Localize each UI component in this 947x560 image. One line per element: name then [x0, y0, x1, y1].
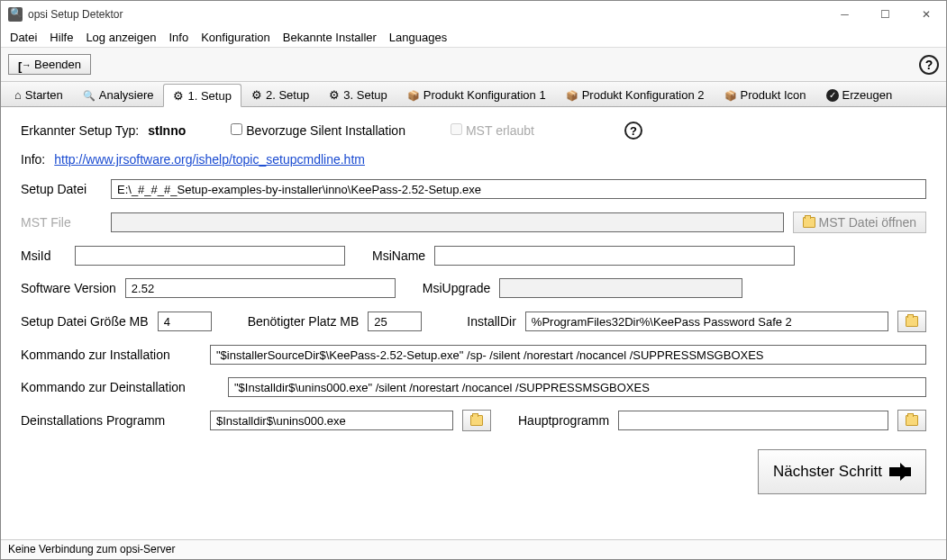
mst-datei-oeffnen-button: MST Datei öffnen: [793, 212, 926, 233]
tab-starten[interactable]: Starten: [5, 83, 73, 106]
menu-bar: Datei Hilfe Log anzeigen Info Konfigurat…: [1, 28, 946, 48]
setup-datei-label: Setup Datei: [21, 182, 102, 196]
menu-bekannte-installer[interactable]: Bekannte Installer: [283, 31, 377, 44]
installdir-input[interactable]: [525, 312, 888, 331]
status-bar: Keine Verbindung zum opsi-Server: [1, 539, 946, 559]
mst-file-label: MST File: [21, 215, 102, 230]
exit-icon: [18, 59, 31, 70]
setup-datei-input[interactable]: [111, 179, 926, 199]
gear-icon: [251, 88, 262, 102]
naechster-schritt-button[interactable]: Nächster Schritt: [758, 449, 926, 494]
help-icon[interactable]: ?: [624, 122, 642, 140]
tab-bar: Starten Analysiere 1. Setup 2. Setup 3. …: [1, 82, 946, 107]
close-button[interactable]: ✕: [906, 1, 946, 28]
help-icon[interactable]: ?: [919, 55, 939, 75]
folder-icon: [906, 316, 918, 327]
menu-info[interactable]: Info: [168, 31, 188, 44]
software-version-input[interactable]: [125, 278, 396, 298]
mst-file-input: [111, 212, 784, 232]
menu-konfiguration[interactable]: Konfiguration: [201, 31, 270, 44]
folder-icon: [470, 415, 483, 426]
hauptprogramm-input[interactable]: [618, 411, 888, 430]
menu-languages[interactable]: Languages: [389, 31, 447, 44]
setup-size-label: Setup Datei Größe MB: [21, 314, 149, 329]
check-icon: ✓: [826, 89, 839, 102]
menu-hilfe[interactable]: Hilfe: [50, 31, 73, 44]
info-link[interactable]: http://www.jrsoftware.org/ishelp/topic_s…: [54, 152, 365, 167]
toolbar: Beenden ?: [1, 48, 946, 82]
msiupgrade-input: [499, 278, 742, 298]
home-icon: [14, 88, 22, 102]
kmd-deinstall-label: Kommando zur Deinstallation: [21, 380, 219, 394]
package-icon: [566, 88, 578, 102]
gear-icon: [329, 88, 340, 102]
needed-space-label: Benötigter Platz MB: [248, 314, 360, 329]
tab-produkt-konfig-2[interactable]: Produkt Konfiguration 2: [556, 83, 715, 106]
tab-analysiere[interactable]: Analysiere: [73, 83, 164, 106]
kmd-install-label: Kommando zur Installation: [21, 348, 201, 362]
mst-erlaubt-checkbox: MST erlaubt: [451, 123, 534, 138]
msiid-input[interactable]: [75, 246, 345, 266]
tab-setup-1[interactable]: 1. Setup: [163, 84, 241, 107]
package-icon: [407, 88, 420, 102]
info-label: Info:: [21, 152, 45, 167]
title-bar: opsi Setup Detektor ─ ☐ ✕: [1, 1, 946, 28]
tab-produkt-konfig-1[interactable]: Produkt Konfiguration 1: [397, 83, 556, 106]
maximize-button[interactable]: ☐: [865, 1, 906, 28]
menu-datei[interactable]: Datei: [10, 31, 37, 44]
window-title: opsi Setup Detektor: [28, 8, 123, 21]
app-icon: [8, 7, 23, 22]
tab-setup-2[interactable]: 2. Setup: [241, 83, 319, 106]
status-text: Keine Verbindung zum opsi-Server: [8, 543, 175, 555]
msiname-label: MsiName: [372, 248, 425, 263]
installdir-label: InstallDir: [467, 314, 515, 329]
msiupgrade-label: MsiUpgrade: [423, 281, 490, 295]
erkannter-setup-typ-value: stInno: [148, 123, 186, 138]
msiname-input[interactable]: [434, 246, 795, 266]
minimize-button[interactable]: ─: [824, 1, 865, 28]
content-panel: Erkannter Setup Typ: stInno Bevorzuge Si…: [1, 107, 946, 509]
deinstall-prog-label: Deinstallations Programm: [21, 413, 201, 428]
kmd-install-input[interactable]: [210, 345, 926, 365]
arrow-right-icon: [889, 467, 911, 476]
installdir-browse-button[interactable]: [897, 311, 926, 332]
menu-log[interactable]: Log anzeigen: [86, 31, 156, 44]
bevorzuge-silent-checkbox[interactable]: Bevorzuge Silent Installation: [231, 123, 405, 138]
tab-erzeugen[interactable]: ✓Erzeugen: [816, 83, 903, 106]
deinstall-prog-input[interactable]: [210, 411, 453, 430]
setup-size-input[interactable]: [158, 312, 212, 331]
msiid-label: MsiId: [21, 248, 66, 263]
beenden-button[interactable]: Beenden: [8, 54, 91, 75]
deinstall-prog-browse-button[interactable]: [462, 410, 491, 431]
erkannter-setup-typ-label: Erkannter Setup Typ:: [21, 123, 139, 138]
hauptprogramm-browse-button[interactable]: [897, 410, 926, 431]
tab-setup-3[interactable]: 3. Setup: [319, 83, 396, 106]
folder-icon: [906, 415, 918, 426]
needed-space-input[interactable]: [368, 312, 422, 331]
tab-produkt-icon[interactable]: Produkt Icon: [715, 83, 816, 106]
package-icon: [724, 88, 737, 102]
gear-icon: [173, 89, 184, 103]
folder-icon: [803, 217, 815, 228]
hauptprogramm-label: Hauptprogramm: [518, 413, 609, 428]
magnifier-icon: [83, 88, 96, 102]
software-version-label: Software Version: [21, 281, 116, 295]
kmd-deinstall-input[interactable]: [228, 377, 926, 397]
